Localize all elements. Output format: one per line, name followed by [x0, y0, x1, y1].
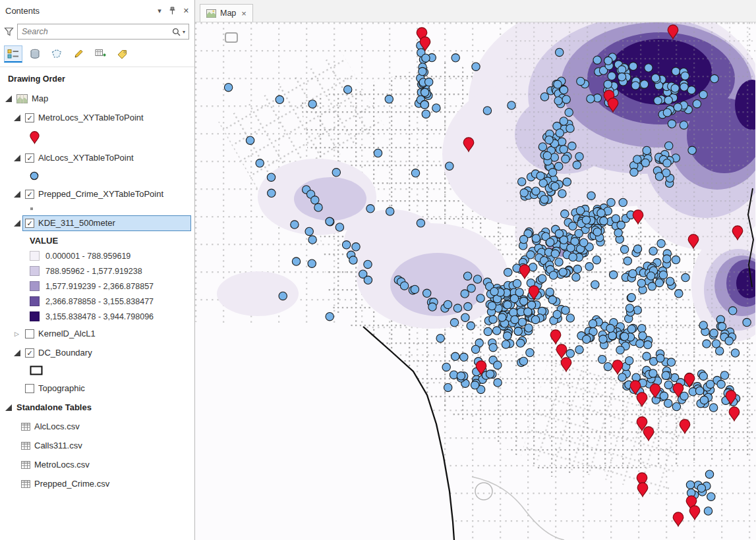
contents-toolbar	[0, 42, 194, 67]
layer-label: Topographic	[38, 383, 85, 393]
list-by-labeling-icon[interactable]	[113, 45, 131, 63]
layer-visibility-checkbox[interactable]: ✓	[25, 348, 34, 358]
layer-visibility-checkbox[interactable]	[25, 384, 34, 393]
tab-map-label: Map	[220, 9, 236, 18]
collapse-tree-icon[interactable]	[4, 404, 13, 411]
legend-range-label: 1,577.919239 - 2,366.878857	[45, 282, 154, 291]
legend-range-label: 788.95962 - 1,577.919238	[45, 267, 142, 276]
layer-visibility-checkbox[interactable]: ✓	[25, 113, 34, 122]
list-by-editing-icon[interactable]	[69, 45, 88, 63]
search-glyphs: ▾	[172, 28, 189, 36]
layer-label: DC_Boundary	[38, 348, 92, 358]
pane-menu-chevron-icon[interactable]: ▾	[158, 7, 161, 15]
tab-map[interactable]: Map ×	[200, 4, 253, 22]
legend-color-swatch	[30, 311, 40, 321]
layer-visibility-checkbox[interactable]: ✓	[25, 219, 34, 228]
view-tab-bar: Map ×	[195, 0, 756, 22]
drawing-order-heading: Drawing Order	[0, 67, 194, 88]
collapse-tree-icon[interactable]	[13, 350, 21, 356]
table-label: Calls311.csv	[34, 441, 82, 450]
arcgis-window: Contents ▾ ✕ ▾	[0, 0, 756, 540]
table-label: Prepped_Crime.csv	[34, 479, 109, 489]
layer-label: Map	[32, 94, 48, 103]
search-input[interactable]	[18, 24, 172, 39]
layer-label: KDE_311_500meter	[38, 218, 115, 228]
table-item-prepped-crime-csv[interactable]: Prepped_Crime.csv	[0, 474, 194, 493]
legend-range-label: 3,155.838478 - 3,944.798096	[45, 312, 154, 321]
search-icon	[172, 28, 181, 36]
map-drawing	[195, 22, 755, 540]
symbol-swatch[interactable]	[30, 365, 44, 376]
table-icon	[21, 461, 30, 469]
layer-symbol-red-pin	[0, 127, 194, 148]
list-by-charts-icon[interactable]	[91, 45, 109, 63]
layer-visibility-checkbox[interactable]: ✓	[25, 190, 34, 199]
layer-symbol-gray-dot	[0, 203, 194, 213]
table-item-alclocs-csv[interactable]: AlcLocs.csv	[0, 417, 194, 436]
auto-hide-pin-icon[interactable]	[169, 7, 176, 15]
legend-range-label: 0.000001 - 788.959619	[45, 252, 131, 261]
search-box: ▾	[17, 24, 189, 40]
legend-item: 2,366.878858 - 3,155.838477	[0, 294, 194, 309]
tab-close-icon[interactable]: ×	[241, 9, 247, 18]
symbol-swatch[interactable]	[30, 131, 40, 144]
layer-item-map[interactable]: Map	[0, 89, 194, 108]
layer-label: MetroLocs_XYTableToPoint	[38, 113, 144, 122]
map-icon	[16, 94, 28, 103]
legend-color-swatch	[30, 251, 40, 261]
collapse-tree-icon[interactable]	[13, 220, 21, 227]
table-item-metrolocs-csv[interactable]: MetroLocs.csv	[0, 455, 194, 474]
pane-title: Contents	[5, 6, 150, 16]
layer-symbol-hollow-square	[0, 362, 194, 379]
layer-item-topographic[interactable]: Topographic	[0, 379, 194, 398]
layer-item-standalone-tables[interactable]: Standalone Tables	[0, 398, 194, 417]
list-by-selection-icon[interactable]	[47, 45, 66, 63]
layer-tree: Map✓MetroLocs_XYTableToPoint✓AlcLocs_XYT…	[0, 88, 194, 540]
table-icon	[21, 423, 30, 431]
layer-item-kde-311-500meter[interactable]: ✓KDE_311_500meter	[0, 213, 194, 232]
map-tab-icon	[206, 9, 216, 18]
contents-pane: Contents ▾ ✕ ▾	[0, 0, 195, 540]
layer-item-dc-boundary[interactable]: ✓DC_Boundary	[0, 343, 194, 362]
layer-visibility-checkbox[interactable]: ✓	[25, 153, 34, 163]
collapse-tree-icon[interactable]	[13, 191, 21, 198]
layer-label: KernelD_AlcL1	[38, 329, 96, 338]
layer-visibility-checkbox[interactable]	[25, 329, 34, 338]
layer-item-kerneld-alcl1[interactable]: ▷KernelD_AlcL1	[0, 324, 194, 343]
collapse-tree-icon[interactable]	[13, 155, 21, 161]
layer-item-prepped-crime-xytabletopoint[interactable]: ✓Prepped_Crime_XYTableToPoint	[0, 184, 194, 203]
legend-color-swatch	[30, 296, 40, 306]
map-canvas[interactable]	[195, 22, 756, 540]
filter-funnel-icon[interactable]	[4, 27, 14, 36]
contents-search-row: ▾	[0, 21, 194, 42]
layer-item-metrolocs-xytabletopoint[interactable]: ✓MetroLocs_XYTableToPoint	[0, 108, 194, 127]
table-label: AlcLocs.csv	[34, 421, 80, 431]
legend-item: 0.000001 - 788.959619	[0, 248, 194, 263]
table-icon	[21, 442, 30, 450]
legend-title: VALUE	[0, 232, 194, 248]
table-icon	[21, 480, 30, 488]
expand-tree-icon[interactable]: ▷	[13, 331, 21, 337]
table-label: MetroLocs.csv	[34, 460, 90, 470]
search-dropdown-chevron-icon[interactable]: ▾	[183, 29, 185, 35]
layer-symbol-blue-circle	[0, 167, 194, 184]
close-pane-icon[interactable]: ✕	[183, 7, 189, 15]
legend-item: 3,155.838478 - 3,944.798096	[0, 309, 194, 324]
collapse-tree-icon[interactable]	[4, 95, 13, 102]
list-by-source-icon[interactable]	[26, 45, 44, 63]
table-item-calls311-csv[interactable]: Calls311.csv	[0, 436, 194, 455]
layer-item-alclocs-xytabletopoint[interactable]: ✓AlcLocs_XYTableToPoint	[0, 148, 194, 167]
legend-item: 788.95962 - 1,577.919238	[0, 263, 194, 279]
legend-color-swatch	[30, 281, 40, 291]
layer-label: Standalone Tables	[16, 402, 92, 412]
list-by-drawing-order-icon[interactable]	[4, 45, 22, 63]
layer-label: Prepped_Crime_XYTableToPoint	[38, 189, 163, 199]
legend-item: 1,577.919239 - 2,366.878857	[0, 279, 194, 294]
layer-label: AlcLocs_XYTableToPoint	[38, 153, 134, 163]
legend-range-label: 2,366.878858 - 3,155.838477	[45, 297, 154, 306]
map-view: Map ×	[195, 0, 756, 540]
legend-color-swatch	[30, 266, 40, 276]
collapse-tree-icon[interactable]	[13, 115, 21, 121]
symbol-swatch[interactable]	[30, 171, 39, 180]
symbol-swatch[interactable]	[30, 207, 34, 211]
